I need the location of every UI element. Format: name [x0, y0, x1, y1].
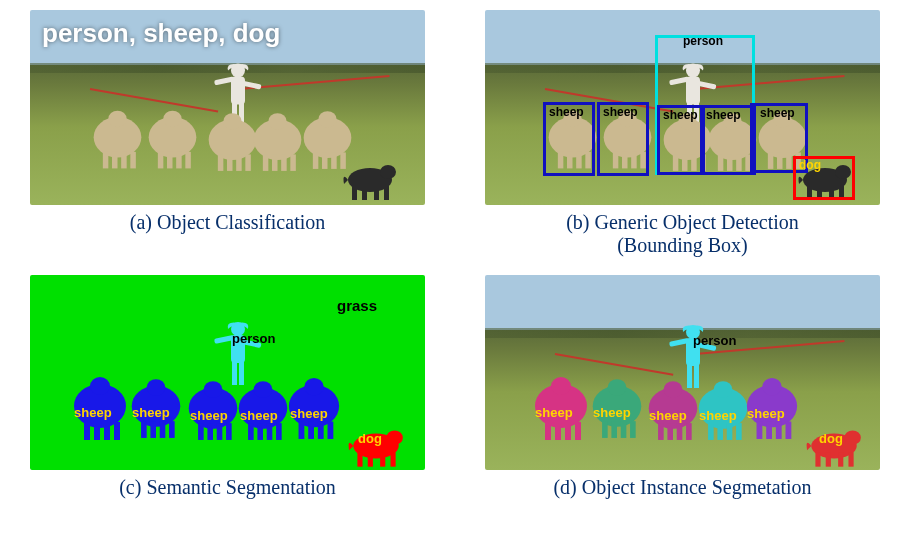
seg-label: sheep: [74, 405, 112, 420]
panel-b-caption: (b) Generic Object Detection (Bounding B…: [566, 211, 799, 257]
bbox-label: sheep: [602, 105, 639, 119]
bbox-label-dog: dog: [798, 158, 822, 172]
panel-b-caption-line1: (b) Generic Object Detection: [566, 211, 799, 233]
inst-label: sheep: [699, 408, 737, 423]
sheep-figure: [90, 105, 145, 175]
inst-label-person: person: [693, 333, 736, 348]
panel-d-image: person sheep sheep sheep sheep sheep dog: [485, 275, 880, 470]
seg-label: sheep: [290, 406, 328, 421]
panel-a-caption: (a) Object Classification: [130, 211, 326, 234]
dog-figure: [340, 160, 400, 200]
inst-label-dog: dog: [819, 431, 843, 446]
bbox-label: sheep: [759, 106, 796, 120]
panel-b-image: person sheep sheep sheep sheep sheep dog: [485, 10, 880, 205]
figure-grid: person, sheep, dog (a) Object Classifica…: [20, 10, 890, 499]
inst-label: sheep: [747, 406, 785, 421]
panel-c-image: grass person sheep sheep sheep sheep she…: [30, 275, 425, 470]
seg-label: sheep: [240, 408, 278, 423]
bbox-sheep1: sheep: [543, 102, 595, 176]
panel-c-caption: (c) Semantic Segmentation: [119, 476, 336, 499]
bbox-sheep3: sheep: [657, 105, 705, 175]
bbox-sheep4: sheep: [700, 105, 756, 175]
sheep-figure: [250, 110, 305, 175]
seg-label-person: person: [232, 331, 275, 346]
bbox-label: sheep: [662, 108, 699, 122]
panel-b: person sheep sheep sheep sheep sheep dog…: [475, 10, 890, 257]
inst-label: sheep: [649, 408, 687, 423]
classification-overlay-text: person, sheep, dog: [42, 18, 280, 49]
panel-b-caption-line2: (Bounding Box): [617, 234, 748, 256]
bbox-dog: dog: [793, 156, 855, 200]
seg-label-dog: dog: [358, 431, 382, 446]
bbox-label: sheep: [548, 105, 585, 119]
panel-a-image: person, sheep, dog: [30, 10, 425, 205]
seg-label: sheep: [132, 405, 170, 420]
inst-label: sheep: [535, 405, 573, 420]
panel-d-caption: (d) Object Instance Segmetation: [553, 476, 811, 499]
seg-label: sheep: [190, 408, 228, 423]
bbox-sheep2: sheep: [597, 102, 649, 176]
bbox-label: sheep: [705, 108, 742, 122]
seg-label-grass: grass: [337, 297, 377, 314]
bbox-label-person: person: [682, 34, 724, 48]
inst-label: sheep: [593, 405, 631, 420]
sheep-figure: [145, 105, 200, 175]
panel-a: person, sheep, dog (a) Object Classifica…: [20, 10, 435, 257]
panel-c: grass person sheep sheep sheep sheep she…: [20, 275, 435, 499]
panel-d: person sheep sheep sheep sheep sheep dog…: [475, 275, 890, 499]
